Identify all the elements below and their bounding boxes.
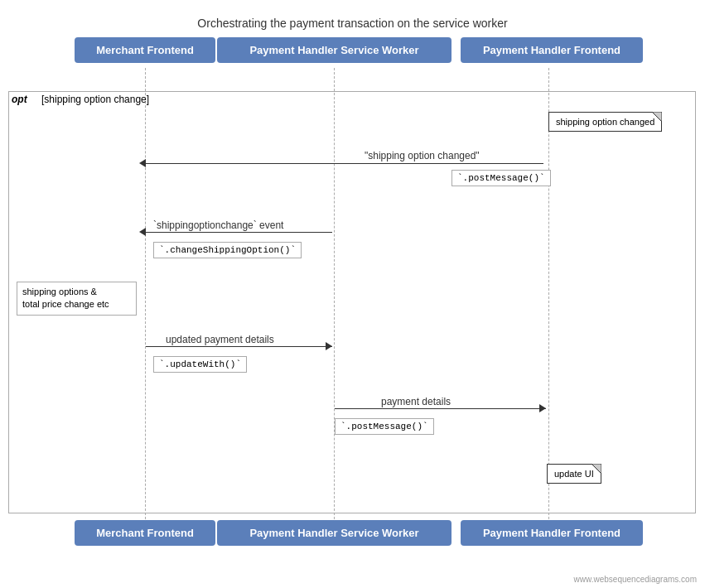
arrow-updated-payment [146,346,332,347]
svg-marker-1 [592,464,601,474]
diagram-container: Orchestrating the payment transaction on… [0,0,705,588]
arrowhead-payment-details [539,404,546,412]
diagram-title: Orchestrating the payment transaction on… [0,8,705,30]
watermark: www.websequencediagrams.com [574,575,697,584]
method-changeshippingoption: `.changeShippingOption()` [153,242,302,258]
note-shipping-option-changed: shipping option changed [548,112,662,132]
arrowhead-shippingoptionchange [139,228,146,236]
actor-merchant-top: Merchant Frontend [75,37,215,63]
side-note-shipping-options: shipping options &total price change etc [17,282,137,316]
actor-serviceworker-top: Payment Handler Service Worker [217,37,451,63]
arrow-shipping-option [146,163,543,164]
opt-condition: [shipping option change] [41,94,149,105]
svg-marker-0 [652,112,662,122]
label-shipping-option-changed-msg: "shipping option changed" [365,150,480,161]
note-update-ui: update UI [547,464,601,484]
actor-frontend-top: Payment Handler Frontend [461,37,643,63]
label-shippingoptionchange: `shippingoptionchange` event [153,219,283,231]
arrow-shippingoptionchange [146,232,332,233]
arrowhead-shipping-option [139,159,146,167]
method-updatewith: `.updateWith()` [153,356,247,373]
actor-serviceworker-bottom: Payment Handler Service Worker [217,520,451,546]
arrowhead-updated-payment [326,342,332,350]
opt-label: opt [12,94,27,105]
label-payment-details: payment details [381,396,451,407]
actor-merchant-bottom: Merchant Frontend [75,520,215,546]
method-postmessage-2: `.postMessage()` [335,418,434,435]
method-postmessage-1: `.postMessage()` [451,170,551,186]
actor-frontend-bottom: Payment Handler Frontend [461,520,643,546]
arrow-payment-details [335,408,546,409]
label-updated-payment: updated payment details [166,334,274,345]
